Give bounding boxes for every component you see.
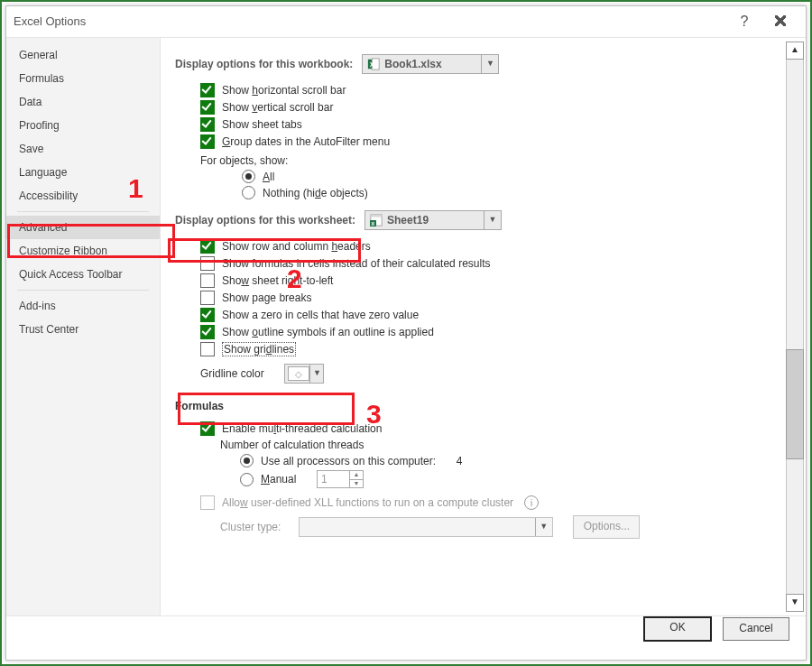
checkbox-xll-cluster: [200, 495, 215, 510]
label-show-formulas: Show formulas in cells instead of their …: [222, 257, 490, 270]
chevron-down-icon: ▼: [309, 365, 323, 383]
label-objects-nothing: Nothing (hide objects): [263, 187, 368, 199]
vertical-scrollbar[interactable]: ▲ ▼: [786, 42, 804, 612]
label-outline-symbols: Show outline symbols if an outline is ap…: [222, 326, 434, 338]
manual-thread-spinner[interactable]: 1▲▼: [317, 470, 364, 488]
processor-count: 4: [457, 455, 463, 467]
label-group-dates: Group dates in the AutoFilter menu: [222, 135, 390, 148]
window-title: Excel Options: [14, 6, 726, 37]
titlebar: Excel Options ? 🗙: [6, 6, 806, 37]
section-formulas: Formulas: [175, 400, 786, 412]
checkbox-outline-symbols[interactable]: [200, 325, 215, 339]
label-thread-count: Number of calculation threads: [220, 439, 364, 451]
gridline-color-picker[interactable]: ◇ ▼: [284, 364, 324, 384]
label-xll-cluster: Allow user-defined XLL functions to run …: [222, 496, 513, 509]
label-show-gridlines: Show gridlines: [222, 342, 296, 356]
chevron-down-icon: ▼: [484, 211, 501, 229]
checkbox-sheet-tabs[interactable]: [200, 117, 215, 132]
cluster-type-combo: ▼: [299, 517, 553, 537]
info-icon[interactable]: i: [524, 495, 539, 510]
sidebar-separator: [17, 211, 149, 212]
section-heading: Display options for this workbook:: [175, 58, 353, 70]
radio-objects-nothing[interactable]: [242, 186, 255, 199]
sidebar-item-language[interactable]: Language: [6, 161, 160, 184]
label-multithreaded: Enable multi-threaded calculation: [222, 422, 382, 435]
advanced-options-panel: Display options for this workbook: X Boo…: [161, 38, 806, 615]
sidebar-separator: [17, 290, 149, 291]
label-manual-threads: Manual: [261, 473, 296, 486]
checkbox-v-scroll[interactable]: [200, 100, 215, 115]
checkbox-rtl[interactable]: [200, 273, 215, 288]
section-workbook-display: Display options for this workbook: X Boo…: [175, 54, 786, 74]
sidebar-item-save[interactable]: Save: [6, 137, 160, 161]
sidebar-item-quick-access[interactable]: Quick Access Toolbar: [6, 263, 160, 286]
cluster-options-button: Options...: [573, 515, 640, 539]
worksheet-combo[interactable]: X Sheet19 ▼: [364, 210, 502, 230]
dialog-footer: OK Cancel: [6, 598, 806, 660]
excel-file-icon: X: [365, 56, 382, 72]
radio-manual-threads[interactable]: [240, 473, 254, 486]
excel-options-window: Excel Options ? 🗙 General Formulas Data …: [5, 5, 807, 661]
workbook-combo[interactable]: X Book1.xlsx ▼: [362, 54, 499, 74]
label-h-scroll: Show horizontal scroll bar: [222, 84, 346, 97]
chevron-down-icon: ▼: [481, 55, 498, 73]
worksheet-icon: X: [368, 212, 384, 228]
help-button[interactable]: ?: [726, 6, 762, 37]
section-heading: Display options for this worksheet:: [175, 214, 355, 227]
label-page-breaks: Show page breaks: [222, 291, 311, 304]
scroll-thumb[interactable]: [786, 349, 804, 459]
checkbox-h-scroll[interactable]: [200, 83, 215, 97]
label-row-col-headers: Show row and column headers: [222, 240, 371, 253]
sidebar-item-advanced[interactable]: Advanced: [6, 216, 160, 239]
checkbox-zero-values[interactable]: [200, 308, 215, 322]
spinner-down-icon[interactable]: ▼: [350, 480, 363, 488]
chevron-down-icon: ▼: [535, 518, 552, 536]
scroll-up-icon[interactable]: ▲: [786, 42, 804, 60]
checkbox-page-breaks[interactable]: [200, 291, 215, 305]
sidebar-item-general[interactable]: General: [6, 43, 160, 67]
ok-button[interactable]: OK: [643, 616, 712, 642]
spinner-value: 1: [321, 473, 328, 486]
label-use-all-processors: Use all processors on this computer:: [261, 455, 436, 467]
radio-use-all-processors[interactable]: [240, 454, 254, 467]
section-worksheet-display: Display options for this worksheet: X Sh…: [175, 210, 786, 230]
sidebar-item-data[interactable]: Data: [6, 90, 160, 114]
sidebar-item-formulas[interactable]: Formulas: [6, 67, 160, 90]
checkbox-group-dates[interactable]: [200, 134, 215, 149]
svg-text:X: X: [370, 61, 374, 68]
sidebar-item-customize-ribbon[interactable]: Customize Ribbon: [6, 239, 160, 263]
checkbox-row-col-headers[interactable]: [200, 239, 215, 254]
label-zero-values: Show a zero in cells that have zero valu…: [222, 309, 419, 321]
checkbox-show-gridlines[interactable]: [200, 342, 215, 356]
label-sheet-tabs: Show sheet tabs: [222, 118, 302, 131]
label-objects-all: All: [263, 171, 274, 183]
category-sidebar: General Formulas Data Proofing Save Lang…: [6, 38, 161, 615]
sidebar-item-accessibility[interactable]: Accessibility: [6, 184, 160, 208]
checkbox-show-formulas[interactable]: [200, 256, 215, 271]
spinner-up-icon[interactable]: ▲: [350, 471, 363, 480]
color-swatch-icon: ◇: [288, 366, 309, 381]
label-cluster-type: Cluster type:: [220, 521, 281, 533]
sidebar-item-proofing[interactable]: Proofing: [6, 114, 160, 137]
label-rtl: Show sheet right-to-left: [222, 274, 333, 287]
label-gridline-color: Gridline color: [200, 367, 264, 380]
cancel-button[interactable]: Cancel: [723, 617, 789, 641]
label-v-scroll: Show vertical scroll bar: [222, 101, 333, 114]
close-button[interactable]: 🗙: [762, 6, 798, 37]
label-objects-show: For objects, show:: [200, 154, 288, 167]
svg-rect-4: [371, 215, 382, 217]
radio-objects-all[interactable]: [242, 170, 255, 183]
checkbox-multithreaded[interactable]: [200, 421, 215, 436]
sidebar-item-add-ins[interactable]: Add-ins: [6, 294, 160, 318]
sidebar-item-trust-center[interactable]: Trust Center: [6, 318, 160, 341]
